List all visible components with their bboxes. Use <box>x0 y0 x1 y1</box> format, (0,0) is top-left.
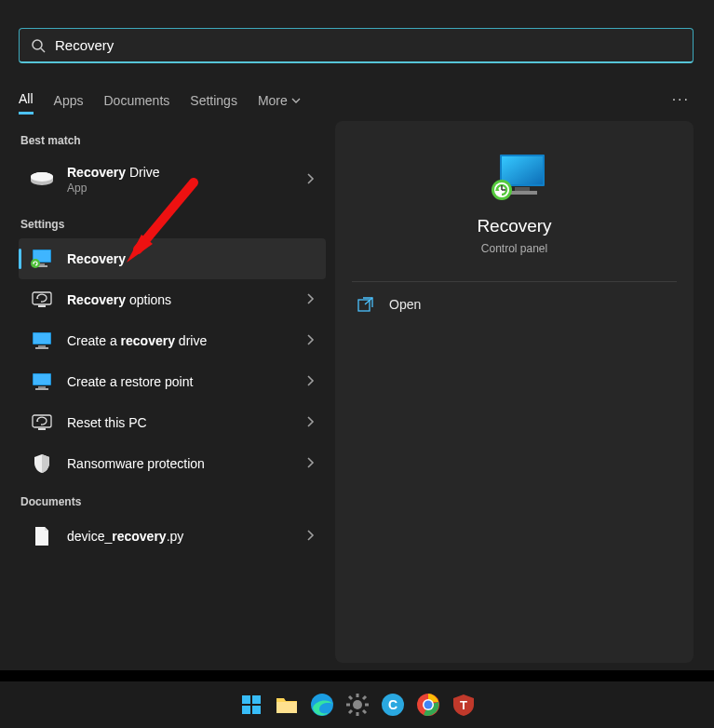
taskbar: C T <box>0 681 714 728</box>
svg-rect-23 <box>515 187 530 191</box>
recovery-preview-icon <box>487 151 543 199</box>
svg-rect-32 <box>242 706 250 714</box>
results-list: Best match Recovery Drive App Settings R… <box>19 128 326 557</box>
result-ransomware-protection[interactable]: Ransomware protection <box>19 443 326 484</box>
system-icon <box>30 289 54 311</box>
taskbar-start[interactable] <box>238 692 264 718</box>
svg-line-42 <box>363 710 366 713</box>
chevron-right-icon <box>305 333 315 349</box>
chevron-right-icon <box>305 374 315 390</box>
svg-point-0 <box>33 40 42 49</box>
svg-rect-13 <box>38 345 46 347</box>
svg-point-8 <box>31 259 40 268</box>
svg-text:C: C <box>387 697 397 712</box>
result-label: Create a recovery drive <box>67 333 305 348</box>
taskbar-explorer[interactable] <box>274 692 300 718</box>
svg-rect-10 <box>38 305 46 307</box>
svg-point-36 <box>353 700 362 709</box>
taskbar-app-t[interactable]: T <box>451 692 477 718</box>
monitor-icon <box>30 371 54 393</box>
result-recovery-options[interactable]: Recovery options <box>19 279 326 320</box>
result-recovery-drive[interactable]: Recovery Drive App <box>19 155 326 205</box>
preview-subtitle: Control panel <box>352 242 677 255</box>
preview-pane: Recovery Control panel Open <box>335 121 694 663</box>
drive-icon <box>30 169 54 191</box>
result-file-device-recovery[interactable]: device_recovery.py <box>19 516 326 557</box>
svg-line-41 <box>349 696 352 699</box>
search-input[interactable] <box>55 37 681 53</box>
result-label: device_recovery.py <box>67 529 305 544</box>
svg-rect-18 <box>35 388 48 390</box>
svg-rect-17 <box>38 386 46 388</box>
taskbar-app-c[interactable]: C <box>380 692 406 718</box>
result-label: Recovery options <box>67 292 305 307</box>
result-label: Ransomware protection <box>67 456 305 471</box>
svg-line-1 <box>41 48 45 52</box>
chevron-right-icon <box>305 415 315 431</box>
shield-icon <box>30 452 54 475</box>
tab-settings[interactable]: Settings <box>190 88 237 114</box>
result-label: Recovery <box>67 251 315 266</box>
svg-rect-12 <box>34 333 50 344</box>
tab-more[interactable]: More <box>258 88 301 114</box>
filter-tabs: All Apps Documents Settings More <box>19 86 301 115</box>
system-icon <box>30 411 54 434</box>
svg-rect-31 <box>252 695 261 704</box>
action-label: Open <box>389 297 421 312</box>
chevron-right-icon <box>305 529 315 545</box>
section-settings: Settings <box>20 218 326 231</box>
search-icon <box>31 38 46 53</box>
svg-rect-20 <box>38 428 46 430</box>
svg-line-44 <box>363 696 366 699</box>
result-create-recovery-drive[interactable]: Create a recovery drive <box>19 320 326 361</box>
svg-line-43 <box>349 710 352 713</box>
result-create-restore-point[interactable]: Create a restore point <box>19 361 326 402</box>
result-label: Recovery Drive App <box>67 165 305 195</box>
monitor-icon <box>30 330 54 352</box>
chevron-right-icon <box>305 292 315 308</box>
svg-text:T: T <box>460 698 467 712</box>
svg-rect-14 <box>35 347 48 349</box>
tab-documents[interactable]: Documents <box>103 88 169 114</box>
file-icon <box>30 525 54 547</box>
tab-apps[interactable]: Apps <box>54 88 84 114</box>
windows-search-panel: All Apps Documents Settings More ··· Bes… <box>0 0 714 670</box>
result-label: Create a restore point <box>67 374 305 389</box>
taskbar-settings[interactable] <box>344 692 370 718</box>
svg-rect-33 <box>252 706 261 714</box>
svg-rect-34 <box>276 702 297 713</box>
taskbar-edge[interactable] <box>309 692 335 718</box>
monitor-refresh-icon <box>30 248 54 270</box>
result-reset-this-pc[interactable]: Reset this PC <box>19 402 326 443</box>
chevron-right-icon <box>305 456 315 472</box>
taskbar-chrome[interactable] <box>415 692 441 718</box>
action-open[interactable]: Open <box>352 282 677 327</box>
svg-point-35 <box>311 694 333 716</box>
chevron-right-icon <box>305 172 315 188</box>
svg-rect-30 <box>242 695 250 704</box>
svg-point-49 <box>424 701 432 709</box>
preview-title: Recovery <box>352 216 677 236</box>
svg-point-3 <box>31 172 53 182</box>
tab-all[interactable]: All <box>19 86 34 115</box>
search-bar[interactable] <box>19 28 694 63</box>
result-label: Reset this PC <box>67 415 305 430</box>
svg-rect-22 <box>502 156 543 184</box>
section-documents: Documents <box>20 495 326 508</box>
open-icon <box>357 297 374 312</box>
svg-rect-16 <box>34 374 50 384</box>
chevron-down-icon <box>291 96 301 105</box>
overflow-menu[interactable]: ··· <box>672 91 690 108</box>
section-best-match: Best match <box>20 134 326 147</box>
result-recovery[interactable]: Recovery <box>19 238 326 279</box>
